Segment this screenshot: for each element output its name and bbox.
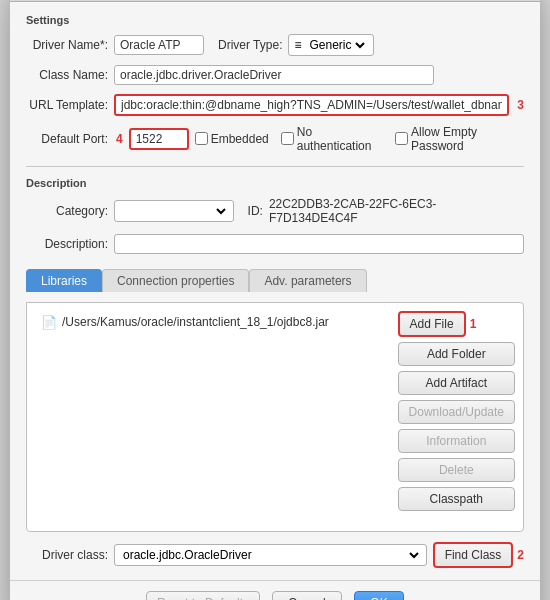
no-auth-label: No authentication [297,125,383,153]
category-row: Category: ID: 22C2DDB3-2CAB-22FC-6EC3-F7… [26,197,524,225]
driver-name-row: Driver Name*: Driver Type: ≡ Generic [26,34,524,56]
url-template-label: URL Template: [26,98,108,112]
side-buttons: Add File 1 Add Folder Add Artifact Downl… [398,311,515,523]
driver-name-label: Driver Name*: [26,38,108,52]
port-badge: 4 [116,132,123,146]
tab-connection-properties[interactable]: Connection properties [102,269,249,292]
no-auth-checkbox[interactable]: No authentication [281,125,383,153]
classpath-button[interactable]: Classpath [398,487,515,511]
class-name-row: Class Name: [26,65,524,85]
list-item: 📄 /Users/Kamus/oracle/instantclient_18_1… [37,313,388,332]
bottom-buttons: Reset to Defaults Cancel OK [10,580,540,601]
driver-type-label: Driver Type: [218,38,282,52]
url-badge: 3 [517,98,524,112]
description-row: Description: [26,234,524,254]
desc-label: Description: [26,237,108,251]
driver-type-select[interactable]: ≡ Generic [288,34,374,56]
reset-defaults-button[interactable]: Reset to Defaults [146,591,260,601]
separator-1 [26,166,524,167]
url-template-row: URL Template: 3 [26,94,524,116]
default-port-label: Default Port: [26,132,108,146]
add-file-button[interactable]: Add File [398,311,466,337]
add-file-badge: 1 [470,317,477,331]
driver-class-label: Driver class: [26,548,108,562]
driver-class-select[interactable]: oracle.jdbc.OracleDriver [114,544,427,566]
default-port-row: Default Port: 4 Embedded No authenticati… [26,125,524,153]
create-driver-window: Create new driver Settings Driver Name*:… [10,0,540,600]
file-icon: 📄 [41,315,57,330]
driver-type-dropdown[interactable]: Generic [305,37,368,53]
driver-class-dropdown[interactable]: oracle.jdbc.OracleDriver [119,547,422,563]
class-name-input[interactable] [114,65,434,85]
titlebar: Create new driver [10,0,540,2]
description-label: Description [26,177,524,189]
embedded-label: Embedded [211,132,269,146]
download-update-button[interactable]: Download/Update [398,400,515,424]
default-port-input[interactable] [129,128,189,150]
embedded-checkbox[interactable]: Embedded [195,132,269,146]
class-name-label: Class Name: [26,68,108,82]
tab-libraries[interactable]: Libraries [26,269,102,292]
find-class-button[interactable]: Find Class [433,542,514,568]
tab-adv-parameters[interactable]: Adv. parameters [249,269,366,292]
allow-empty-checkbox[interactable]: Allow Empty Password [395,125,524,153]
add-artifact-button[interactable]: Add Artifact [398,371,515,395]
settings-label: Settings [26,14,524,26]
checkboxes: Embedded No authentication Allow Empty P… [195,125,524,153]
delete-button[interactable]: Delete [398,458,515,482]
driver-class-row: Driver class: oracle.jdbc.OracleDriver F… [26,542,524,568]
main-content: Settings Driver Name*: Driver Type: ≡ Ge… [10,2,540,580]
add-folder-button[interactable]: Add Folder [398,342,515,366]
find-class-badge: 2 [517,548,524,562]
category-select[interactable] [114,200,234,222]
file-path: /Users/Kamus/oracle/instantclient_18_1/o… [62,315,329,329]
tab-content: 📄 /Users/Kamus/oracle/instantclient_18_1… [26,302,524,532]
url-template-input[interactable] [114,94,509,116]
driver-type-icon: ≡ [294,38,301,52]
tabs: Libraries Connection properties Adv. par… [26,269,524,292]
description-input[interactable] [114,234,524,254]
id-value: 22C2DDB3-2CAB-22FC-6EC3-F7D134DE4C4F [269,197,524,225]
information-button[interactable]: Information [398,429,515,453]
allow-empty-label: Allow Empty Password [411,125,524,153]
file-list: 📄 /Users/Kamus/oracle/instantclient_18_1… [35,311,390,523]
driver-name-input[interactable] [114,35,204,55]
category-label: Category: [26,204,108,218]
cancel-button[interactable]: Cancel [272,591,342,601]
ok-button[interactable]: OK [354,591,404,601]
id-label: ID: [248,204,263,218]
category-dropdown[interactable] [119,203,229,219]
